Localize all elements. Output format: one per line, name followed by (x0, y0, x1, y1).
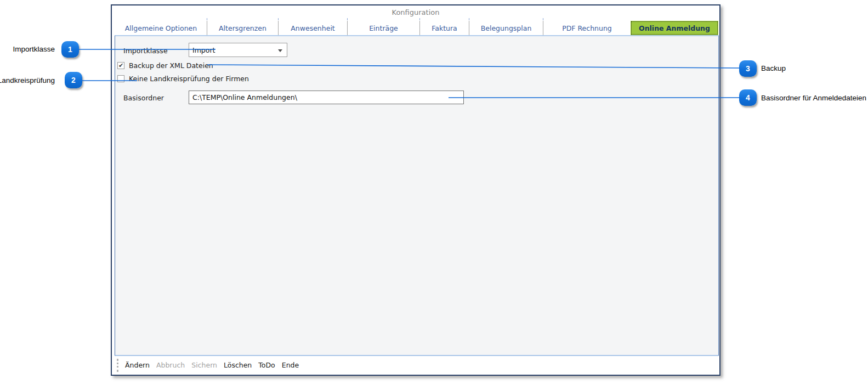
callout-badge-2: 2 (65, 72, 82, 88)
callout-label-backup: Backup (761, 64, 786, 72)
menu-ende[interactable]: Ende (282, 361, 299, 369)
dropdown-arrow-icon (278, 49, 282, 52)
landkreis-checkbox-row[interactable]: Keine Landkreisprüfung der Firmen (117, 74, 249, 83)
window-title: Konfiguration (112, 8, 719, 16)
menu-aendern[interactable]: Ändern (125, 361, 150, 369)
backup-checkbox-label: Backup der XML Dateien (129, 61, 213, 70)
callout-label-landkreispruefung: Landkreisprüfung (0, 76, 55, 84)
landkreis-checkbox-label: Keine Landkreisprüfung der Firmen (129, 75, 249, 83)
tab-belegungsplan[interactable]: Belegungsplan (469, 21, 543, 35)
backup-checkbox-row[interactable]: ✔ Backup der XML Dateien (117, 61, 213, 70)
menu-abbruch[interactable]: Abbruch (156, 361, 185, 369)
importklasse-label: Importklasse (123, 47, 168, 55)
toolbar-grip-handle[interactable] (117, 359, 118, 372)
tab-online-anmeldung[interactable]: Online Anmeldung (631, 21, 718, 35)
menu-sichern[interactable]: Sichern (191, 361, 217, 369)
basisordner-input-value: C:\TEMP\Online Anmeldungen\ (192, 93, 297, 101)
basisordner-input[interactable]: C:\TEMP\Online Anmeldungen\ (189, 91, 464, 104)
tab-bar: Allgemeine Optionen Altersgrenzen Anwese… (115, 21, 718, 35)
config-panel: Importklasse Import ✔ Backup der XML Dat… (115, 35, 719, 356)
callout-badge-3: 3 (739, 60, 757, 77)
tab-pdf-rechnung[interactable]: PDF Rechnung (543, 21, 631, 35)
menu-loeschen[interactable]: Löschen (224, 361, 252, 369)
konfiguration-window: Konfiguration Allgemeine Optionen Alters… (111, 4, 721, 376)
tab-anwesenheit[interactable]: Anwesenheit (278, 21, 347, 35)
tab-altersgrenzen[interactable]: Altersgrenzen (207, 21, 278, 35)
importklasse-dropdown-value: Import (192, 46, 215, 54)
tab-eintraege[interactable]: Einträge (347, 21, 419, 35)
backup-checkbox[interactable]: ✔ (117, 62, 124, 69)
callout-badge-4: 4 (739, 89, 757, 106)
callout-badge-1: 1 (61, 41, 79, 58)
tab-faktura[interactable]: Faktura (419, 21, 469, 35)
basisordner-label: Basisordner (123, 94, 164, 102)
menu-todo[interactable]: ToDo (258, 361, 275, 369)
callout-label-basisordner: Basisordner für Anmeldedateien (761, 94, 866, 102)
screenshot-stage: Konfiguration Allgemeine Optionen Alters… (0, 0, 868, 384)
tab-allgemeine-optionen[interactable]: Allgemeine Optionen (115, 21, 207, 35)
callout-label-importklasse: Importklasse (13, 45, 55, 53)
importklasse-dropdown[interactable]: Import (189, 43, 287, 57)
check-icon: ✔ (118, 63, 123, 69)
landkreis-checkbox[interactable] (117, 75, 124, 82)
bottom-toolbar: Ändern Abbruch Sichern Löschen ToDo Ende (115, 357, 719, 374)
